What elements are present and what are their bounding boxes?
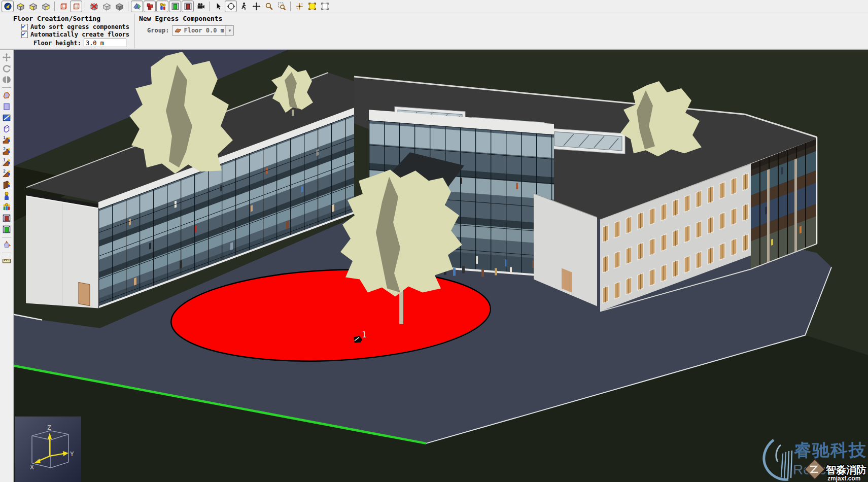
orbit-tool-icon[interactable] bbox=[225, 1, 237, 12]
hide-model-icon[interactable] bbox=[88, 1, 100, 12]
wireframe-cube-icon[interactable] bbox=[57, 1, 70, 12]
end-wall-door[interactable] bbox=[79, 283, 90, 306]
floor-height-label: Floor height: bbox=[33, 40, 81, 47]
camera-tour-icon[interactable] bbox=[194, 1, 206, 12]
group-label: Group: bbox=[147, 27, 169, 34]
cube-front-view-icon[interactable] bbox=[27, 1, 39, 12]
thin-room-tool-icon[interactable] bbox=[1, 112, 13, 123]
add-door-tool-icon[interactable] bbox=[1, 213, 13, 224]
outline-model-icon[interactable] bbox=[100, 1, 113, 12]
svg-text:1: 1 bbox=[3, 135, 6, 140]
floor-icon bbox=[175, 28, 182, 33]
axis-y-label: Y bbox=[70, 450, 74, 458]
polygon-room-tool-icon[interactable] bbox=[1, 90, 13, 101]
point-count-label: 1 bbox=[362, 330, 367, 339]
property-panel-bar: Floor Creation/Sorting ✔ Auto sort egres… bbox=[0, 13, 868, 50]
walk-tool-icon[interactable] bbox=[237, 1, 250, 12]
svg-text:1: 1 bbox=[3, 158, 6, 162]
toolbar-separator bbox=[128, 2, 128, 11]
auto-sort-label: Auto sort egress components bbox=[30, 23, 129, 30]
top-toolbar bbox=[0, 0, 868, 13]
check-icon: ✔ bbox=[22, 30, 26, 38]
measure-tool-icon[interactable] bbox=[1, 255, 13, 266]
3d-viewport[interactable]: 1 Z Y X bbox=[14, 50, 868, 482]
watermark-badge-url: zmjaxf.com bbox=[827, 475, 860, 482]
rectangle-room-tool-icon[interactable] bbox=[1, 101, 13, 112]
check-icon: ✔ bbox=[22, 22, 26, 30]
show-geometry-icon[interactable] bbox=[131, 1, 143, 12]
add-exit-tool-icon[interactable] bbox=[1, 224, 13, 235]
auto-create-floors-checkbox[interactable]: ✔ bbox=[21, 31, 28, 38]
solid-model-icon[interactable] bbox=[113, 1, 125, 12]
axis-x-label: X bbox=[30, 463, 34, 471]
toolbar-separator bbox=[54, 2, 55, 11]
show-doors-icon[interactable] bbox=[182, 1, 194, 12]
floor-height-input[interactable] bbox=[84, 39, 126, 47]
zoom-box-tool-icon[interactable] bbox=[275, 1, 288, 12]
perspective-view-icon[interactable] bbox=[2, 1, 14, 12]
toolbar-separator bbox=[2, 253, 11, 253]
group-dropdown[interactable]: Floor 0.0 m ▼ bbox=[172, 25, 234, 36]
toolbar-separator bbox=[85, 2, 85, 11]
watermark-badge-cn: 智淼消防 bbox=[825, 464, 866, 475]
left-toolbar: 1 2 1 2 bbox=[0, 50, 14, 482]
new-egress-panel: New Egress Components Group: Floor 0.0 m… bbox=[135, 13, 239, 49]
toolbar-separator bbox=[209, 2, 210, 11]
extrude-tool-icon[interactable] bbox=[1, 123, 13, 134]
pathfinder-app-window: Floor Creation/Sorting ✔ Auto sort egres… bbox=[0, 0, 868, 482]
wireframe-open-cube-icon[interactable] bbox=[70, 1, 82, 12]
stairs-one-way-tool-icon[interactable]: 1 bbox=[1, 134, 13, 146]
zoom-tool-icon[interactable] bbox=[263, 1, 275, 12]
zoom-selection-icon[interactable] bbox=[319, 1, 331, 12]
pan-view-icon[interactable] bbox=[1, 52, 13, 63]
ramp-one-way-tool-icon[interactable]: 1 bbox=[1, 157, 13, 168]
snap-point-tool-icon[interactable] bbox=[293, 1, 305, 12]
toolbar-separator bbox=[2, 237, 11, 237]
zoom-fit-icon[interactable] bbox=[306, 1, 318, 12]
orbit-view-icon[interactable] bbox=[1, 74, 13, 85]
add-occupant-tool-icon[interactable] bbox=[1, 190, 13, 201]
pan-tool-icon[interactable] bbox=[250, 1, 262, 12]
pier-door[interactable] bbox=[562, 268, 572, 293]
auto-create-floors-label: Automatically create floors bbox=[30, 31, 129, 38]
svg-text:2: 2 bbox=[3, 147, 6, 151]
select-tool-icon[interactable] bbox=[212, 1, 224, 12]
floor-creation-title: Floor Creation/Sorting bbox=[13, 15, 129, 22]
cube-top-view-icon[interactable] bbox=[14, 1, 26, 12]
new-egress-title: New Egress Components bbox=[139, 15, 234, 22]
cube-side-view-icon[interactable] bbox=[40, 1, 52, 12]
door-with-occupant-tool-icon[interactable] bbox=[1, 179, 13, 190]
watermark-company-cn: 睿驰科技 bbox=[794, 440, 867, 460]
stairs-two-way-tool-icon[interactable]: 2 bbox=[1, 146, 13, 157]
ramp-two-way-tool-icon[interactable]: 2 bbox=[1, 168, 13, 179]
show-exits-icon[interactable] bbox=[169, 1, 181, 12]
dropdown-arrow-icon[interactable]: ▼ bbox=[225, 26, 233, 35]
floor-creation-panel: Floor Creation/Sorting ✔ Auto sort egres… bbox=[0, 13, 134, 49]
toolbar-separator bbox=[290, 2, 291, 11]
show-occupants-icon[interactable] bbox=[156, 1, 168, 12]
axis-z-label: Z bbox=[47, 424, 51, 431]
svg-text:2: 2 bbox=[3, 169, 6, 174]
show-obstructions-icon[interactable] bbox=[144, 1, 156, 12]
axis-gizmo[interactable]: Z Y X bbox=[15, 417, 81, 482]
move-polygon-tool-icon[interactable] bbox=[1, 239, 13, 251]
add-occupant-group-tool-icon[interactable] bbox=[1, 201, 13, 213]
toolbar-separator bbox=[2, 87, 11, 88]
group-value: Floor 0.0 m bbox=[184, 27, 225, 34]
rotate-view-icon[interactable] bbox=[1, 63, 13, 74]
